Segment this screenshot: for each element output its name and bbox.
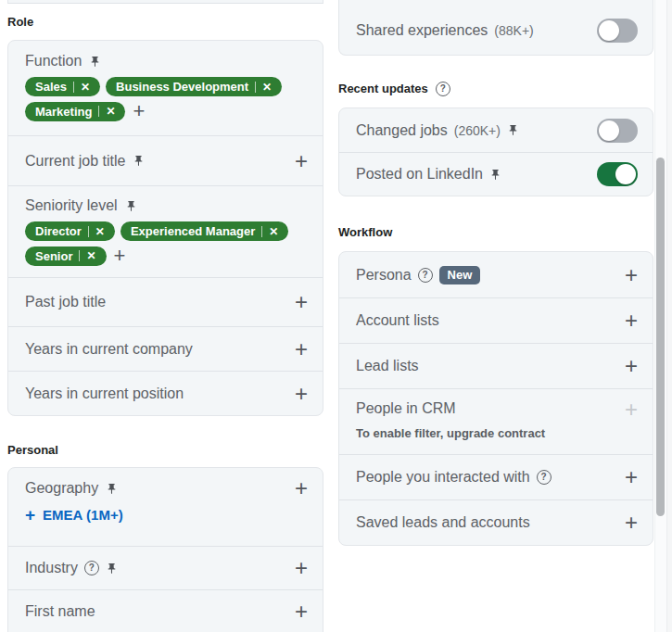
filter-row-years-current-company[interactable]: Years in current company + <box>8 326 323 371</box>
pin-icon[interactable] <box>89 56 101 68</box>
page-scrollbar-track[interactable] <box>666 0 672 632</box>
filter-label: Geography <box>25 480 98 497</box>
personal-filter-card: Geography + + EMEA (1M+) Industry ? + Fi… <box>7 467 323 632</box>
pill-label: Experienced Manager <box>131 221 255 241</box>
pill-divider <box>79 250 80 261</box>
posted-on-linkedin-toggle[interactable] <box>597 162 638 186</box>
filter-row-lead-lists[interactable]: Lead lists + <box>339 343 653 388</box>
filter-label: Current job title <box>25 153 126 170</box>
add-icon[interactable]: + <box>625 356 638 376</box>
filter-row-current-job-title[interactable]: Current job title + <box>8 135 323 185</box>
remove-icon[interactable]: ✕ <box>81 82 90 93</box>
remove-icon[interactable]: ✕ <box>86 250 95 261</box>
pill-label: Marketing <box>35 102 92 121</box>
filter-pill[interactable]: Marketing ✕ <box>25 102 125 121</box>
filter-row-industry[interactable]: Industry ? + <box>8 546 323 589</box>
pill-divider <box>73 82 74 93</box>
help-icon[interactable]: ? <box>436 82 450 96</box>
pill-divider <box>88 226 89 237</box>
add-icon[interactable]: + <box>625 310 638 331</box>
add-icon[interactable]: + <box>295 292 308 312</box>
filter-pill[interactable]: Director ✕ <box>25 221 115 241</box>
filter-row-changed-jobs[interactable]: Changed jobs (260K+) <box>339 108 653 152</box>
filter-label: Years in current company <box>25 341 193 358</box>
help-icon[interactable]: ? <box>537 470 552 485</box>
add-icon[interactable]: + <box>295 384 308 404</box>
filter-label: Past job title <box>25 294 106 310</box>
filter-row-account-lists[interactable]: Account lists + <box>339 297 653 343</box>
filter-row-past-job-title[interactable]: Past job title + <box>8 277 323 326</box>
section-heading-label: Recent updates <box>338 82 428 96</box>
filter-row-years-current-position[interactable]: Years in current position + <box>8 371 323 415</box>
remove-icon[interactable]: ✕ <box>106 106 115 117</box>
filter-label: Industry <box>25 560 78 576</box>
filter-row-seniority-level[interactable]: Seniority level Director ✕ Experienced M… <box>8 185 323 277</box>
pin-icon[interactable] <box>106 483 118 495</box>
add-icon[interactable]: + <box>114 246 126 266</box>
pin-icon[interactable] <box>507 124 519 136</box>
filter-label: Function <box>25 53 82 70</box>
filter-pill[interactable]: Experienced Manager ✕ <box>120 221 288 241</box>
filter-row-geography[interactable]: Geography + + EMEA (1M+) <box>8 468 323 546</box>
geo-link-emea[interactable]: + EMEA (1M+) <box>25 507 123 523</box>
filter-row-shared-experiences[interactable]: Shared experiences (88K+) <box>339 6 653 55</box>
section-heading-personal: Personal <box>7 443 323 458</box>
filter-row-first-name[interactable]: First name + <box>8 589 323 632</box>
section-heading-label: Personal <box>7 443 58 458</box>
cutoff-card-above <box>7 0 323 4</box>
filter-label: Years in current position <box>25 386 184 402</box>
workflow-card: Persona ? New + Account lists + Lead lis… <box>338 251 653 546</box>
filter-row-people-you-interacted-with[interactable]: People you interacted with ? + <box>339 454 653 499</box>
filters-column-left: Role Function Sales ✕ Business Developme… <box>7 0 323 632</box>
pill-divider <box>98 106 99 117</box>
filter-row-people-in-crm: People in CRM + To enable filter, upgrad… <box>339 388 653 454</box>
remove-icon[interactable]: ✕ <box>95 226 105 237</box>
help-icon[interactable]: ? <box>418 268 433 283</box>
pin-icon[interactable] <box>489 169 501 181</box>
pill-divider <box>255 82 256 93</box>
filter-row-saved-leads-and-accounts[interactable]: Saved leads and accounts + <box>339 499 653 545</box>
role-filter-card: Function Sales ✕ Business Development ✕ <box>7 40 323 416</box>
filter-label: Posted on LinkedIn <box>356 166 483 183</box>
add-icon[interactable]: + <box>625 265 638 285</box>
add-icon[interactable]: + <box>295 558 308 578</box>
filter-label: Account lists <box>356 312 439 329</box>
remove-icon[interactable]: ✕ <box>262 82 272 93</box>
section-heading-recent-updates: Recent updates ? <box>338 82 653 96</box>
upgrade-note: To enable filter, upgrade contract <box>356 426 638 440</box>
filters-panel: Role Function Sales ✕ Business Developme… <box>0 0 672 632</box>
add-icon[interactable]: + <box>133 101 145 121</box>
filter-count: (88K+) <box>494 23 533 38</box>
filter-label: People you interacted with <box>356 469 530 486</box>
help-icon[interactable]: ? <box>84 561 99 575</box>
pin-icon[interactable] <box>133 155 145 167</box>
pill-label: Director <box>35 221 82 241</box>
add-icon-disabled: + <box>625 399 638 420</box>
recent-updates-card: Changed jobs (260K+) Posted on LinkedIn <box>338 107 653 196</box>
add-icon[interactable]: + <box>295 478 308 499</box>
pin-icon[interactable] <box>125 200 137 212</box>
filter-row-function[interactable]: Function Sales ✕ Business Development ✕ <box>8 41 323 135</box>
add-icon[interactable]: + <box>295 151 308 171</box>
add-icon[interactable]: + <box>295 339 308 360</box>
selected-pills: Sales ✕ Business Development ✕ Marketing… <box>25 77 308 121</box>
add-icon[interactable]: + <box>295 601 308 622</box>
filter-row-posted-on-linkedin[interactable]: Posted on LinkedIn <box>339 152 653 196</box>
remove-icon[interactable]: ✕ <box>269 226 278 237</box>
filter-pill[interactable]: Business Development ✕ <box>106 77 282 96</box>
filter-label: Lead lists <box>356 358 419 374</box>
filter-label: Seniority level <box>25 197 118 214</box>
changed-jobs-toggle[interactable] <box>597 119 638 143</box>
pin-icon[interactable] <box>106 562 118 575</box>
filter-pill[interactable]: Senior ✕ <box>25 246 107 266</box>
filter-label: Changed jobs <box>356 122 448 139</box>
panel-scrollbar-thumb[interactable] <box>656 158 665 516</box>
filter-label: People in CRM <box>356 400 456 417</box>
filter-row-persona[interactable]: Persona ? New + <box>339 252 653 297</box>
filter-label: Shared experiences <box>356 22 488 39</box>
filter-pill[interactable]: Sales ✕ <box>25 77 100 96</box>
add-icon[interactable]: + <box>625 467 638 487</box>
filters-column-right: Shared experiences (88K+) Recent updates… <box>338 0 653 546</box>
add-icon[interactable]: + <box>625 512 638 533</box>
shared-experiences-toggle[interactable] <box>597 19 638 43</box>
